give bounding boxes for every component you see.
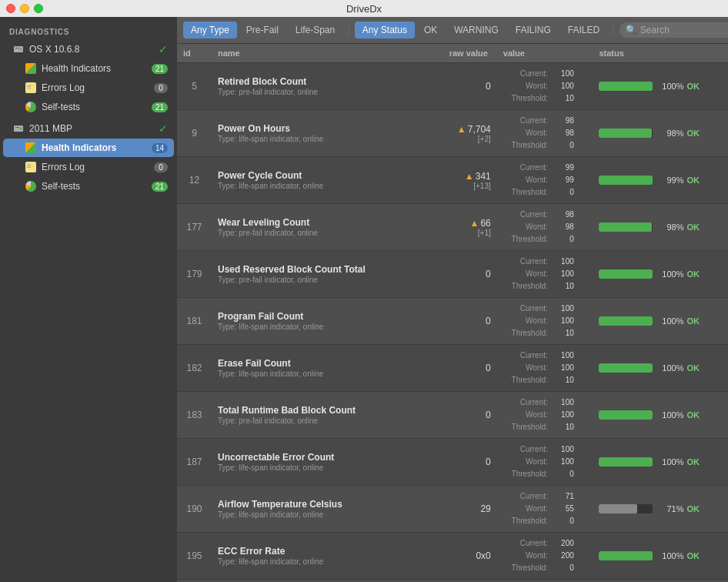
search-box[interactable]: 🔍 [619,22,728,38]
row-name-main: Erase Fail Count [218,358,390,369]
filter-pre-fail[interactable]: Pre-Fail [239,22,286,38]
minimize-button[interactable] [20,4,29,13]
cell-raw: 0 [396,63,497,110]
close-button[interactable] [6,4,15,13]
current-label: Current: [503,303,548,315]
bar-fill [599,222,652,232]
filter-failed[interactable]: FAILED [560,22,607,38]
maximize-button[interactable] [34,4,43,13]
table-row[interactable]: 181Program Fail CountType: life-span ind… [177,298,728,345]
worst-value: 100 [551,456,574,468]
table-row[interactable]: 195ECC Error RateType: life-span indicat… [177,533,728,580]
raw-arrow: ▲ [470,218,479,229]
mbp-checkmark: ✓ [159,122,168,135]
table-row[interactable]: 179Used Reserved Block Count TotalType: … [177,251,728,298]
filter-sep-1: | [344,24,353,36]
cell-raw: 0 [396,392,497,439]
cell-status: 71% OK [593,486,728,533]
current-value: 98 [551,115,574,127]
threshold-value: 0 [551,233,574,246]
status-area: 100% OK [599,551,722,560]
table-row[interactable]: 190Airflow Temperature CelsiusType: life… [177,486,728,533]
table-row[interactable]: 182Erase Fail CountType: life-span indic… [177,345,728,392]
ok-label: OK [686,363,703,373]
main-content: Any Type Pre-Fail Life-Span | Any Status… [177,17,728,582]
raw-delta: [+13] [402,182,491,190]
sidebar-item-self-1[interactable]: Self-tests 21 [3,98,174,116]
cell-value: Current: 100 Worst: 100 Threshold: 10 [497,251,593,298]
table-row[interactable]: 199CRC Error CountType: life-span indica… [177,580,728,583]
row-name-sub: Type: pre-fail indicator, online [218,276,390,284]
search-input[interactable] [640,25,728,35]
filter-any-type[interactable]: Any Type [183,22,237,38]
pct-label: 100% [656,457,683,467]
value-current-row: Current: 99 [503,162,587,174]
sidebar-errors2-label: Errors Log [42,162,154,172]
row-name-sub: Type: life-span indicator, online [218,135,390,143]
table-row[interactable]: 5Retired Block CountType: pre-fail indic… [177,63,728,110]
worst-label: Worst: [503,456,548,468]
ok-label: OK [686,269,703,279]
table-row[interactable]: 9Power On HoursType: life-span indicator… [177,110,728,157]
table-container[interactable]: id name raw value value status 5Retired … [177,44,728,582]
bar-wrap [599,504,653,513]
row-name-main: Used Reserved Block Count Total [218,264,390,275]
value-worst-row: Worst: 200 [503,550,587,562]
bar-fill [599,269,653,279]
sidebar-item-osx[interactable]: OS X 10.6.8 ✓ [3,40,174,59]
cell-value: Current: 100 Worst: 100 Threshold: 10 [497,392,593,439]
health1-badge: 21 [152,64,168,74]
bar-fill [599,504,637,513]
cell-value: Current: 99 Worst: 99 Threshold: 0 [497,157,593,204]
pct-label: 71% [656,504,683,513]
threshold-label: Threshold: [503,280,548,293]
bar-wrap [599,551,653,560]
sidebar-item-health-2[interactable]: Health Indicators 14 [3,139,174,157]
filter-ok[interactable]: OK [416,22,445,38]
table-row[interactable]: 12Power Cycle CountType: life-span indic… [177,157,728,204]
sidebar-item-errors-1[interactable]: Errors Log 0 [3,79,174,97]
cell-raw: 0 [396,298,497,345]
filter-warning[interactable]: WARNING [446,22,506,38]
cell-status: 98% OK [593,204,728,251]
status-area: 100% OK [599,82,722,91]
pct-label: 100% [656,551,683,560]
sidebar-item-health-1[interactable]: Health Indicators 21 [3,59,174,78]
row-name-main: Retired Block Count [218,76,390,87]
sidebar-item-mbp[interactable]: 2011 MBP ✓ [3,119,174,138]
th-status: status [593,44,728,63]
filter-life-span[interactable]: Life-Span [288,22,342,38]
worst-label: Worst: [503,409,548,421]
threshold-label: Threshold: [503,515,548,527]
value-current-row: Current: 200 [503,537,587,550]
threshold-label: Threshold: [503,468,548,480]
worst-value: 100 [551,409,574,421]
errors-icon-1 [25,82,37,94]
threshold-label: Threshold: [503,233,548,246]
current-value: 98 [551,209,574,221]
ok-label: OK [686,176,703,185]
th-name: name [212,44,396,63]
cell-id: 190 [177,486,212,533]
filter-any-status[interactable]: Any Status [355,22,415,38]
filter-failing[interactable]: FAILING [508,22,559,38]
raw-value: 66 [480,218,490,229]
cell-status: 100% OK [593,533,728,580]
row-name-main: Uncorrectable Error Count [218,452,390,463]
table-row[interactable]: 187Uncorrectable Error CountType: life-s… [177,439,728,486]
pct-label: 98% [656,222,683,232]
worst-label: Worst: [503,221,548,233]
status-area: 98% OK [599,129,722,138]
sidebar-item-errors-2[interactable]: Errors Log 0 [3,158,174,176]
titlebar: DriveDx [0,0,728,17]
cell-name: Program Fail CountType: life-span indica… [212,298,396,345]
table-row[interactable]: 183Total Runtime Bad Block CountType: pr… [177,392,728,439]
table-row[interactable]: 177Wear Leveling CountType: pre-fail ind… [177,204,728,251]
row-name-main: ECC Error Rate [218,546,390,557]
sidebar-item-self-2[interactable]: Self-tests 21 [3,177,174,196]
window-title: DriveDx [346,3,382,15]
value-threshold-row: Threshold: 10 [503,92,587,105]
current-label: Current: [503,350,548,362]
worst-value: 99 [551,174,574,186]
value-current-row: Current: 100 [503,256,587,268]
